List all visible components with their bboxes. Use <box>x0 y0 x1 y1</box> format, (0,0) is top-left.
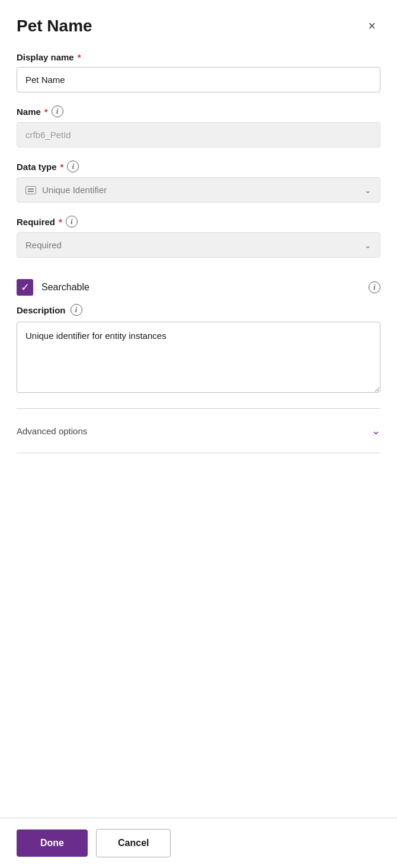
unique-identifier-icon <box>25 186 36 194</box>
display-name-input[interactable] <box>17 67 380 92</box>
name-label: Name * i <box>17 105 380 117</box>
name-required-star: * <box>44 107 48 117</box>
searchable-label: Searchable <box>41 282 360 293</box>
data-type-chevron-icon: ⌄ <box>364 185 372 195</box>
divider-top <box>17 408 380 409</box>
searchable-info-icon[interactable]: i <box>369 281 380 293</box>
searchable-row: ✓ Searchable i <box>17 271 380 304</box>
divider-bottom <box>17 453 380 453</box>
description-info-icon[interactable]: i <box>71 304 82 316</box>
display-name-label: Display name * <box>17 52 380 62</box>
required-chevron-icon: ⌄ <box>364 241 372 250</box>
data-type-info-icon[interactable]: i <box>67 161 79 172</box>
description-textarea[interactable]: Unique identifier for entity instances <box>17 322 380 393</box>
description-group: Description i Unique identifier for enti… <box>17 304 380 395</box>
name-group: Name * i crfb6_PetId <box>17 105 380 148</box>
required-value: Required <box>25 240 62 250</box>
data-type-select-left: Unique Identifier <box>25 185 107 195</box>
data-type-value: Unique Identifier <box>42 185 107 195</box>
cancel-button[interactable]: Cancel <box>96 829 171 857</box>
panel-title: Pet Name <box>17 17 92 36</box>
data-type-label-text: Data type <box>17 162 57 172</box>
panel-content: Pet Name × Display name * Name * i crfb6… <box>0 0 397 818</box>
required-label-text: Required <box>17 217 55 227</box>
required-select[interactable]: Required ⌄ <box>17 232 380 258</box>
name-readonly-field: crfb6_PetId <box>17 122 380 148</box>
data-type-select[interactable]: Unique Identifier ⌄ <box>17 177 380 203</box>
name-label-text: Name <box>17 107 41 117</box>
display-name-group: Display name * <box>17 52 380 92</box>
description-label-text: Description <box>17 305 66 315</box>
data-type-label: Data type * i <box>17 161 380 172</box>
advanced-options-label: Advanced options <box>17 426 87 436</box>
data-type-required-star: * <box>60 162 64 172</box>
name-info-icon[interactable]: i <box>52 105 63 117</box>
required-required-star: * <box>59 217 62 227</box>
required-info-icon[interactable]: i <box>66 216 78 228</box>
panel-footer: Done Cancel <box>0 818 397 868</box>
display-name-required-star: * <box>78 52 81 62</box>
display-name-label-text: Display name <box>17 52 74 62</box>
required-group: Required * i Required ⌄ <box>17 216 380 258</box>
data-type-group: Data type * i Unique Identifier ⌄ <box>17 161 380 203</box>
advanced-options-chevron-icon: ⌄ <box>372 424 380 437</box>
advanced-options-row[interactable]: Advanced options ⌄ <box>17 415 380 447</box>
required-label: Required * i <box>17 216 380 228</box>
searchable-checkbox[interactable]: ✓ <box>17 279 33 296</box>
panel-header: Pet Name × <box>17 17 380 36</box>
checkmark-icon: ✓ <box>21 282 30 293</box>
required-select-left: Required <box>25 240 62 250</box>
panel: Pet Name × Display name * Name * i crfb6… <box>0 0 397 868</box>
done-button[interactable]: Done <box>17 829 88 857</box>
close-button[interactable]: × <box>363 17 380 35</box>
description-label-row: Description i <box>17 304 380 316</box>
